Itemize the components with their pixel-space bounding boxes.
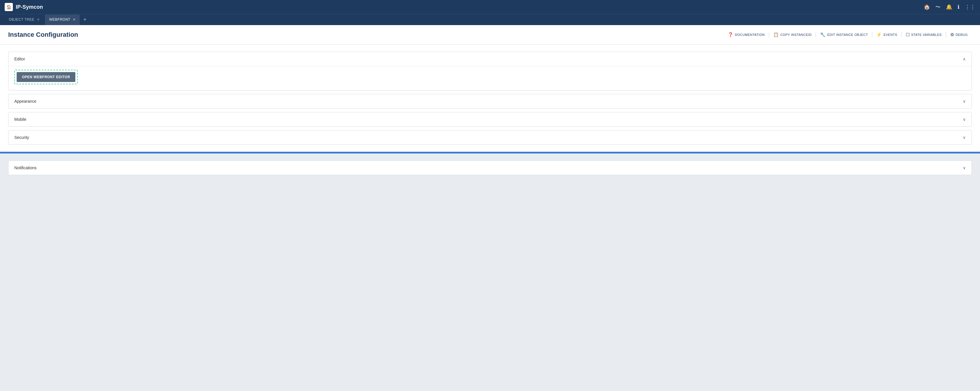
section-notifications-title: Notifications (14, 165, 37, 170)
home-icon[interactable]: 🏠 (924, 4, 930, 10)
config-panel: Instance Configuration ❓ DOCUMENTATION 📋… (0, 25, 980, 153)
tab-webfront-close[interactable]: ✕ (73, 17, 76, 22)
app-logo-icon: 🏠 (5, 3, 13, 11)
navbar-right: 🏠 〜 🔔 ℹ ⋮⋮ (924, 3, 975, 11)
tab-webfront-label: WEBFRONT (49, 17, 70, 22)
navbar: 🏠 IP-Symcon 🏠 〜 🔔 ℹ ⋮⋮ (0, 0, 980, 14)
section-security-header[interactable]: Security ∨ (8, 130, 972, 144)
state-variables-label: STATE VARIABLES (911, 33, 942, 36)
config-title: Instance Configuration (8, 31, 78, 38)
info-icon[interactable]: ℹ (958, 4, 959, 10)
section-notifications: Notifications ∨ (8, 160, 972, 175)
tab-webfront[interactable]: WEBFRONT ✕ (45, 14, 80, 25)
app-title: IP-Symcon (16, 4, 43, 10)
section-appearance-title: Appearance (14, 99, 37, 104)
section-mobile: Mobile ∨ (8, 112, 972, 127)
debug-icon: ⚙ (950, 32, 954, 37)
section-mobile-chevron: ∨ (963, 117, 966, 122)
state-variables-action[interactable]: ☐ STATE VARIABLES (902, 32, 946, 37)
section-editor-title: Editor (14, 57, 25, 61)
grid-icon[interactable]: ⋮⋮ (965, 4, 975, 10)
documentation-icon: ❓ (728, 32, 733, 37)
section-notifications-chevron: ∨ (963, 165, 966, 170)
section-notifications-header[interactable]: Notifications ∨ (8, 161, 972, 175)
content-area: Instance Configuration ❓ DOCUMENTATION 📋… (0, 25, 980, 388)
lightning-icon: ⚡ (877, 32, 882, 37)
section-appearance-header[interactable]: Appearance ∨ (8, 94, 972, 108)
debug-action[interactable]: ⚙ DEBUG (946, 32, 972, 37)
wrench-icon: 🔧 (820, 32, 826, 37)
section-appearance: Appearance ∨ (8, 94, 972, 109)
tabbar: OBJECT TREE ✕ WEBFRONT ✕ + (0, 14, 980, 25)
section-editor: Editor ∧ OPEN WEBFRONT EDITOR (8, 52, 972, 90)
copy-instanceid-label: COPY INSTANCEID (780, 33, 811, 36)
tab-object-tree[interactable]: OBJECT TREE ✕ (5, 14, 44, 25)
section-security: Security ∨ (8, 130, 972, 145)
copy-icon: 📋 (773, 32, 779, 37)
top-sections: Editor ∧ OPEN WEBFRONT EDITOR Appearance… (0, 44, 980, 152)
events-label: EVENTS (884, 33, 897, 36)
state-variables-icon: ☐ (906, 32, 910, 37)
copy-instanceid-action[interactable]: 📋 COPY INSTANCEID (769, 32, 816, 37)
open-webfront-editor-wrapper: OPEN WEBFRONT EDITOR (14, 70, 78, 84)
debug-label: DEBUG (956, 33, 968, 36)
tab-object-tree-label: OBJECT TREE (9, 17, 35, 22)
section-security-title: Security (14, 135, 29, 140)
lower-sections: Notifications ∨ (0, 154, 980, 182)
documentation-label: DOCUMENTATION (735, 33, 765, 36)
section-mobile-title: Mobile (14, 117, 26, 122)
navbar-left: 🏠 IP-Symcon (5, 3, 43, 11)
tab-add-button[interactable]: + (81, 14, 89, 25)
section-mobile-header[interactable]: Mobile ∨ (8, 112, 972, 127)
tab-object-tree-close[interactable]: ✕ (37, 17, 40, 22)
section-security-chevron: ∨ (963, 135, 966, 140)
documentation-action[interactable]: ❓ DOCUMENTATION (724, 32, 769, 37)
open-webfront-editor-button[interactable]: OPEN WEBFRONT EDITOR (17, 72, 75, 82)
events-action[interactable]: ⚡ EVENTS (872, 32, 902, 37)
edit-instance-object-action[interactable]: 🔧 EDIT INSTANCE OBJECT (816, 32, 872, 37)
section-editor-chevron: ∧ (963, 57, 966, 61)
config-actions: ❓ DOCUMENTATION 📋 COPY INSTANCEID 🔧 EDIT… (724, 32, 972, 37)
section-editor-header[interactable]: Editor ∧ (8, 52, 972, 66)
section-editor-body: OPEN WEBFRONT EDITOR (8, 66, 972, 90)
bell-icon[interactable]: 🔔 (946, 4, 952, 10)
config-header: Instance Configuration ❓ DOCUMENTATION 📋… (0, 25, 980, 44)
section-appearance-chevron: ∨ (963, 99, 966, 104)
edit-instance-object-label: EDIT INSTANCE OBJECT (827, 33, 868, 36)
chart-icon[interactable]: 〜 (935, 3, 940, 11)
